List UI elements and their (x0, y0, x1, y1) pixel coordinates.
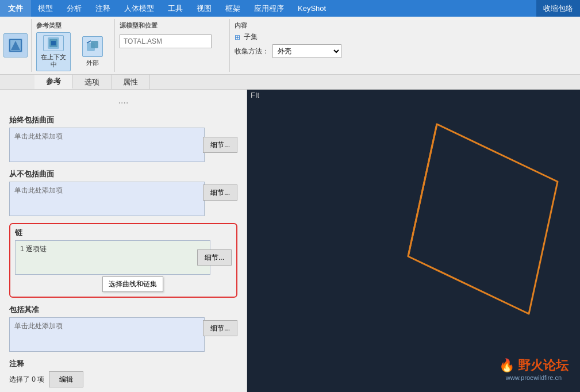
chain-item-text: 1 逐项链 (20, 244, 47, 254)
exclude-surfaces-section: 从不包括曲面 单击此处添加项 细节... (9, 169, 237, 216)
subset-tree-icon: ⊞ (235, 33, 240, 41)
menu-view[interactable]: 视图 (190, 0, 218, 17)
btn-in-context[interactable]: 在上下文中 (36, 32, 71, 71)
watermark-url: www.proewildfire.cn (499, 374, 569, 381)
tab-options[interactable]: 选项 (73, 75, 112, 89)
chain-section: 链 1 逐项链 细节... 选择曲线和链集 (9, 223, 237, 298)
left-panel: .... 始终包括曲面 单击此处添加项 细节... 从不包括曲面 单击此处添加项… (0, 90, 247, 392)
source-model-label: 源模型和位置 (120, 21, 225, 30)
collect-method-row: 收集方法： 外壳 全部 仅曲面 (235, 44, 369, 58)
main-icon (3, 33, 28, 57)
exclude-surfaces-placeholder: 单击此处添加项 (14, 186, 63, 195)
tab-reference[interactable]: 参考 (34, 75, 73, 89)
reference-type-label: 参考类型 (36, 21, 110, 30)
exclude-other-label: 包括其准 (9, 305, 237, 315)
in-context-icon (43, 35, 64, 51)
subset-row: ⊞ 子集 (235, 32, 369, 42)
annotation-row: 选择了 0 项 编辑 (9, 371, 237, 387)
viewport: FIt 🔥 野火论坛 www.proewildfire.cn (247, 90, 580, 392)
menu-tools[interactable]: 工具 (161, 0, 190, 17)
chain-label: 链 (15, 228, 232, 238)
svg-rect-7 (91, 41, 98, 48)
exclude-other-section: 包括其准 单击此处添加项 细节... (9, 305, 237, 352)
svg-rect-5 (51, 41, 56, 45)
menu-shrink-wrap[interactable]: 收缩包络 (536, 0, 580, 17)
menu-file[interactable]: 文件 (0, 0, 31, 17)
btn-external-label: 外部 (86, 59, 99, 67)
menu-model[interactable]: 模型 (31, 0, 60, 17)
annotation-label: 注释 (9, 359, 237, 369)
subset-label: 子集 (244, 32, 258, 42)
menu-bar: 文件 模型 分析 注释 人体模型 工具 视图 框架 应用程序 KeyShot 收… (0, 0, 580, 17)
include-surfaces-section: 始终包括曲面 单击此处添加项 细节... (9, 115, 237, 162)
exclude-surfaces-field[interactable]: 单击此处添加项 (9, 182, 205, 216)
annotation-status: 选择了 0 项 (9, 375, 44, 385)
include-surfaces-label: 始终包括曲面 (9, 115, 237, 125)
ribbon-tabs: 参考 选项 属性 (0, 74, 580, 89)
fire-icon: 🔥 (499, 358, 514, 372)
chain-field[interactable]: 1 逐项链 (15, 240, 210, 275)
menu-analysis[interactable]: 分析 (60, 0, 89, 17)
btn-in-context-label: 在上下文中 (39, 53, 68, 68)
svg-line-8 (87, 41, 91, 43)
exclude-other-field[interactable]: 单击此处添加项 (9, 317, 205, 352)
include-surfaces-field[interactable]: 单击此处添加项 (9, 128, 205, 162)
source-model-input[interactable] (120, 34, 212, 48)
btn-external[interactable]: 外部 (75, 32, 110, 71)
reference-type-section: 参考类型 在上下文中 (32, 19, 115, 72)
menu-framework[interactable]: 框架 (218, 0, 247, 17)
menu-applications[interactable]: 应用程序 (247, 0, 291, 17)
collect-method-select[interactable]: 外壳 全部 仅曲面 (272, 44, 341, 58)
3d-shape-svg (247, 90, 580, 392)
watermark-title: 🔥 野火论坛 (499, 357, 569, 374)
external-icon (82, 36, 103, 57)
dots-divider: .... (9, 95, 237, 106)
include-surfaces-placeholder: 单击此处添加项 (14, 132, 63, 141)
reference-type-buttons: 在上下文中 外部 (36, 32, 110, 71)
annotation-section: 注释 选择了 0 项 编辑 (9, 359, 237, 387)
menu-keyshot[interactable]: KeyShot (291, 0, 333, 17)
exclude-surfaces-detail-btn[interactable]: 细节... (203, 185, 237, 201)
svg-line-10 (408, 124, 437, 256)
exclude-other-placeholder: 单击此处添加项 (14, 321, 63, 331)
chain-detail-btn[interactable]: 细节... (197, 249, 232, 266)
ribbon-main: 参考类型 在上下文中 (0, 17, 580, 74)
source-model-section: 源模型和位置 (115, 19, 230, 72)
ribbon-left-icon-area (0, 19, 32, 72)
tab-properties[interactable]: 属性 (112, 75, 150, 89)
select-curves-btn[interactable]: 选择曲线和链集 (102, 276, 163, 292)
menu-human-model[interactable]: 人体模型 (117, 0, 161, 17)
content-section: 内容 ⊞ 子集 收集方法： 外壳 全部 仅曲面 (230, 19, 374, 72)
watermark-title-text: 野火论坛 (518, 358, 569, 372)
collect-method-label: 收集方法： (235, 47, 269, 56)
include-surfaces-detail-btn[interactable]: 细节... (203, 137, 237, 153)
annotation-edit-btn[interactable]: 编辑 (49, 371, 83, 387)
watermark: 🔥 野火论坛 www.proewildfire.cn (499, 357, 569, 381)
exclude-other-detail-btn[interactable]: 细节... (203, 320, 237, 336)
content-label: 内容 (235, 21, 369, 30)
exclude-surfaces-label: 从不包括曲面 (9, 169, 237, 179)
menu-annotation[interactable]: 注释 (89, 0, 117, 17)
main-content: .... 始终包括曲面 单击此处添加项 细节... 从不包括曲面 单击此处添加项… (0, 90, 580, 392)
ribbon: 参考类型 在上下文中 (0, 17, 580, 90)
